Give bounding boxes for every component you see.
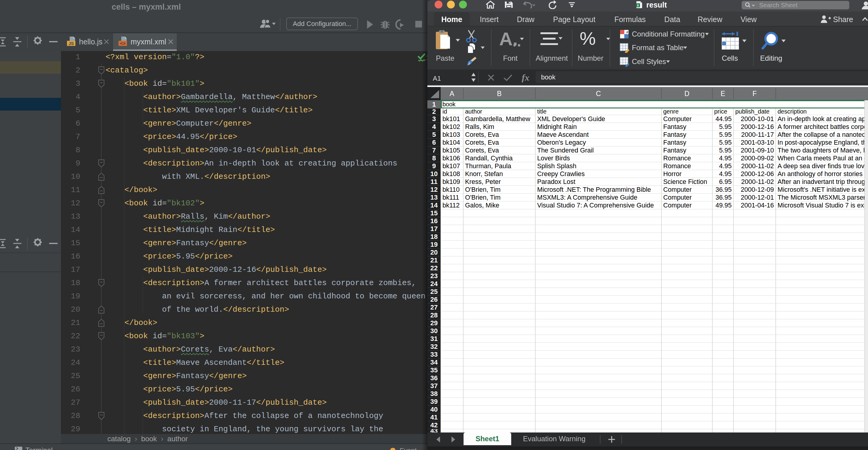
- svg-text:X: X: [637, 4, 639, 7]
- svg-text:JS: JS: [68, 41, 73, 46]
- svg-text:<>: <>: [120, 41, 125, 47]
- svg-text:≠: ≠: [626, 30, 628, 34]
